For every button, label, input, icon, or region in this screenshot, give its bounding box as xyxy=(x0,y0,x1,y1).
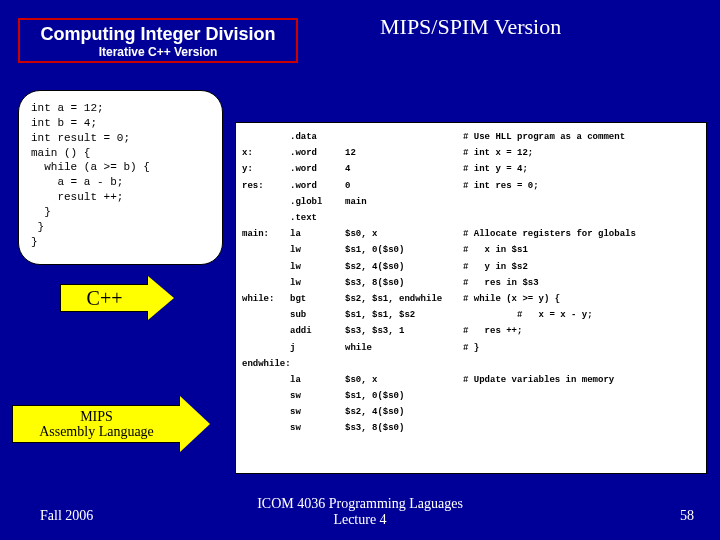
asm-comment: # int res = 0; xyxy=(463,181,702,191)
asm-directive: .data xyxy=(290,132,345,142)
asm-directive: lw xyxy=(290,278,345,288)
asm-row: x:.word12# int x = 12; xyxy=(240,145,702,161)
asm-directive: sw xyxy=(290,407,345,417)
asm-row: lw$s2, 4($s0)# y in $s2 xyxy=(240,259,702,275)
asm-comment: # x in $s1 xyxy=(463,245,702,255)
asm-arg: $s2, 4($s0) xyxy=(345,262,463,272)
title-box: Computing Integer Division Iterative C++… xyxy=(18,18,298,63)
footer-center-l2: Lecture 4 xyxy=(333,512,386,527)
asm-directive: j xyxy=(290,343,345,353)
asm-row: addi$s3, $s3, 1# res ++; xyxy=(240,323,702,339)
asm-comment: # y in $s2 xyxy=(463,262,702,272)
asm-directive: bgt xyxy=(290,294,345,304)
asm-row: res:.word0# int res = 0; xyxy=(240,178,702,194)
asm-row: jwhile# } xyxy=(240,339,702,355)
arrow-head-icon xyxy=(148,276,174,320)
asm-row: lw$s1, 0($s0)# x in $s1 xyxy=(240,242,702,258)
asm-row: main:la$s0, x# Allocate registers for gl… xyxy=(240,226,702,242)
asm-row: sub$s1, $s1, $s2 # x = x - y; xyxy=(240,307,702,323)
asm-arg: $s0, x xyxy=(345,375,463,385)
title-sub: Iterative C++ Version xyxy=(26,45,290,59)
mips-arrow-line1: MIPS xyxy=(39,409,154,424)
arrow-head-icon xyxy=(180,396,210,452)
asm-arg: $s1, 0($s0) xyxy=(345,245,463,255)
asm-directive: la xyxy=(290,229,345,239)
asm-code-box: .data# Use HLL program as a commentx:.wo… xyxy=(235,122,707,474)
asm-arg: $s1, $s1, $s2 xyxy=(345,310,463,320)
asm-label: while: xyxy=(240,294,290,304)
mips-arrow-label: MIPS Assembly Language xyxy=(12,405,180,443)
asm-arg: 4 xyxy=(345,164,463,174)
asm-directive: addi xyxy=(290,326,345,336)
asm-comment: # int y = 4; xyxy=(463,164,702,174)
asm-arg: 0 xyxy=(345,181,463,191)
asm-directive: .word xyxy=(290,148,345,158)
asm-arg: $s2, 4($s0) xyxy=(345,407,463,417)
cpp-code-box: int a = 12; int b = 4; int result = 0; m… xyxy=(18,90,223,265)
title-main: Computing Integer Division xyxy=(26,24,290,45)
asm-label: endwhile: xyxy=(240,359,290,369)
asm-label: main: xyxy=(240,229,290,239)
asm-directive: .globl xyxy=(290,197,345,207)
mips-arrow: MIPS Assembly Language xyxy=(12,396,210,452)
asm-row: .text xyxy=(240,210,702,226)
asm-directive: sub xyxy=(290,310,345,320)
asm-arg: $s3, 8($s0) xyxy=(345,423,463,433)
asm-arg: while xyxy=(345,343,463,353)
asm-directive: lw xyxy=(290,262,345,272)
asm-row: sw$s3, 8($s0) xyxy=(240,420,702,436)
asm-arg: $s1, 0($s0) xyxy=(345,391,463,401)
asm-row: .data# Use HLL program as a comment xyxy=(240,129,702,145)
asm-comment: # } xyxy=(463,343,702,353)
asm-row: lw$s3, 8($s0)# res in $s3 xyxy=(240,275,702,291)
asm-directive: lw xyxy=(290,245,345,255)
asm-arg: main xyxy=(345,197,463,207)
asm-comment: # Allocate registers for globals xyxy=(463,229,702,239)
asm-directive: sw xyxy=(290,423,345,433)
asm-comment: # Use HLL program as a comment xyxy=(463,132,702,142)
asm-comment: # res ++; xyxy=(463,326,702,336)
asm-comment: # res in $s3 xyxy=(463,278,702,288)
asm-comment: # Update variables in memory xyxy=(463,375,702,385)
asm-comment: # while (x >= y) { xyxy=(463,294,702,304)
footer-center: ICOM 4036 Programming Laguages Lecture 4 xyxy=(0,496,720,528)
asm-directive: sw xyxy=(290,391,345,401)
cpp-arrow: C++ xyxy=(60,276,174,320)
asm-row: .globlmain xyxy=(240,194,702,210)
footer-center-l1: ICOM 4036 Programming Laguages xyxy=(257,496,463,511)
asm-label: y: xyxy=(240,164,290,174)
asm-arg: $s3, $s3, 1 xyxy=(345,326,463,336)
asm-row: while:bgt$s2, $s1, endwhile# while (x >=… xyxy=(240,291,702,307)
asm-row: sw$s1, 0($s0) xyxy=(240,388,702,404)
asm-comment: # int x = 12; xyxy=(463,148,702,158)
mips-arrow-line2: Assembly Language xyxy=(39,424,154,439)
asm-row: endwhile: xyxy=(240,356,702,372)
asm-arg: $s0, x xyxy=(345,229,463,239)
asm-comment: # x = x - y; xyxy=(463,310,702,320)
cpp-arrow-label: C++ xyxy=(60,284,148,312)
footer-left: Fall 2006 xyxy=(40,508,93,524)
asm-label: x: xyxy=(240,148,290,158)
asm-arg: 12 xyxy=(345,148,463,158)
asm-directive: la xyxy=(290,375,345,385)
asm-row: sw$s2, 4($s0) xyxy=(240,404,702,420)
footer-page-number: 58 xyxy=(680,508,694,524)
asm-arg: $s3, 8($s0) xyxy=(345,278,463,288)
asm-directive: .text xyxy=(290,213,345,223)
asm-label: res: xyxy=(240,181,290,191)
version-label: MIPS/SPIM Version xyxy=(380,14,561,40)
asm-arg: $s2, $s1, endwhile xyxy=(345,294,463,304)
asm-directive: .word xyxy=(290,181,345,191)
asm-row: y:.word4# int y = 4; xyxy=(240,161,702,177)
asm-row: la$s0, x# Update variables in memory xyxy=(240,372,702,388)
asm-directive: .word xyxy=(290,164,345,174)
